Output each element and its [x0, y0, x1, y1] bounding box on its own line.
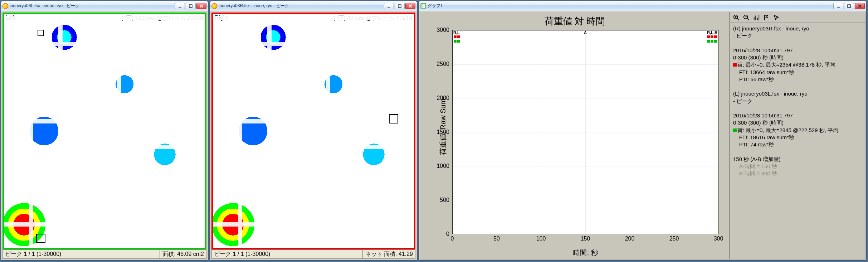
y-tick: 1500: [437, 129, 449, 135]
cursor-icon[interactable]: [773, 14, 780, 21]
y-tick: 2500: [437, 61, 449, 67]
marker-rlb: R,L,B: [707, 30, 717, 43]
minimize-button[interactable]: [833, 3, 843, 9]
y-tick: 500: [440, 197, 449, 203]
cursor-box[interactable]: [36, 234, 45, 243]
status-area: 面積: 46.09 cm2: [160, 250, 206, 259]
x-tick: 150: [581, 236, 590, 242]
status-bar-left: ピーク 1 / 1 (1-30000) 面積: 46.09 cm2: [3, 249, 206, 259]
status-peak: ピーク 1 / 1 (1-30000): [211, 250, 363, 259]
window-graph: グラフ1 荷重値 対 時間 荷重値, Raw Sum 0500100015002…: [419, 1, 867, 261]
plot-area[interactable]: R,L A R,L,B: [452, 30, 718, 234]
bars-icon[interactable]: [753, 14, 760, 21]
title-text-left: inoueryo03L.fsx - inoue, ryo - ピーク: [10, 3, 175, 9]
x-tick: 250: [669, 236, 679, 242]
zoom-in-icon[interactable]: [733, 14, 740, 21]
maximize-button[interactable]: [186, 3, 196, 9]
minimize-button[interactable]: [384, 3, 394, 9]
y-axis: 荷重値, Raw Sum 050010001500200025003000: [420, 30, 452, 234]
graph-icon: [420, 3, 426, 9]
title-text-right: inoueryo03R.fsx - inoue, ryo - ピーク: [219, 3, 384, 9]
svg-rect-1: [398, 5, 401, 8]
titlebar-right[interactable]: inoueryo03R.fsx - inoue, ryo - ピーク: [210, 1, 417, 11]
x-tick: 0: [451, 236, 454, 242]
pressure-map-right[interactable]: Right (^圧) 42 raw @フレーム 23916: [211, 13, 415, 249]
status-bar-right: ピーク 1 / 1 (1-30000) ネット 面積: 41.29: [211, 249, 415, 259]
pressure-map-left[interactable]: Left (^圧) 100 raw @フレーム 22249: [3, 13, 206, 249]
maximize-button[interactable]: [395, 3, 405, 9]
close-button[interactable]: [196, 3, 206, 9]
info-toolbar: [730, 12, 865, 23]
y-tick: 1000: [437, 163, 449, 169]
svg-rect-0: [189, 5, 192, 8]
side-label: Left: [5, 15, 16, 21]
y-tick: 2000: [437, 95, 449, 101]
cursor-box[interactable]: [389, 114, 398, 123]
window-right-pressure: inoueryo03R.fsx - inoue, ryo - ピーク Right…: [210, 1, 417, 261]
info-pane: (R) jnoueryo03R.fsx - inoue, ryo - ピーク 2…: [730, 12, 865, 259]
close-button[interactable]: [405, 3, 415, 9]
titlebar-left[interactable]: inoueryo03L.fsx - inoue, ryo - ピーク: [1, 1, 208, 11]
x-axis: 時間, 秒 050100150200250300: [452, 234, 718, 259]
info-text: (R) jnoueryo03R.fsx - inoue, ryo - ピーク 2…: [730, 23, 865, 179]
flag-icon[interactable]: [763, 14, 770, 21]
pressure-info-label: (^圧) 100 raw @フレーム 22249: [120, 15, 204, 22]
window-left-pressure: inoueryo03L.fsx - inoue, ryo - ピーク Left …: [1, 1, 208, 261]
title-text-graph: グラフ1: [428, 3, 833, 9]
y-tick: 3000: [437, 27, 449, 33]
svg-rect-2: [848, 5, 850, 8]
side-label: Right: [214, 15, 229, 21]
chart-pane[interactable]: 荷重値 対 時間 荷重値, Raw Sum 050010001500200025…: [420, 12, 730, 259]
x-axis-label: 時間, 秒: [572, 248, 598, 258]
cursor-box-small[interactable]: [38, 30, 44, 36]
marker-rl: R,L: [453, 30, 460, 43]
maximize-button[interactable]: [844, 3, 854, 9]
status-peak: ピーク 1 / 1 (1-30000): [3, 250, 160, 259]
x-tick: 50: [493, 236, 500, 242]
minimize-button[interactable]: [175, 3, 185, 9]
x-tick: 100: [536, 236, 546, 242]
x-tick: 200: [625, 236, 635, 242]
status-area: ネット 面積: 41.29: [363, 250, 415, 259]
x-tick: 300: [714, 236, 723, 242]
chart-title: 荷重値 対 時間: [420, 12, 729, 28]
titlebar-graph[interactable]: グラフ1: [419, 1, 866, 11]
zoom-out-icon[interactable]: [743, 14, 750, 21]
app-icon: [3, 3, 8, 9]
y-axis-label: 荷重値, Raw Sum: [438, 98, 448, 155]
y-tick: 0: [446, 231, 449, 237]
close-button[interactable]: [855, 3, 865, 9]
app-icon: [211, 3, 217, 9]
pressure-info-label: (^圧) 42 raw @フレーム 23916: [332, 15, 413, 22]
